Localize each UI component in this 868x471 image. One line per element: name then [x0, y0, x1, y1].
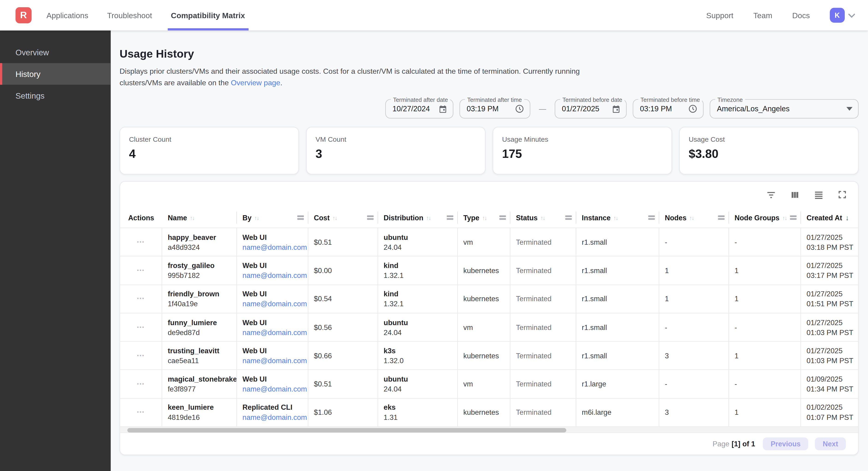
- column-menu-icon[interactable]: [718, 215, 725, 219]
- nav-applications[interactable]: Applications: [46, 0, 88, 30]
- sort-icon: ↑↓: [333, 214, 337, 220]
- distribution-version: 24.04: [383, 385, 457, 393]
- scrollbar-thumb[interactable]: [127, 428, 566, 432]
- cluster-name: funny_lumiere: [168, 318, 236, 326]
- row-actions-button[interactable]: •••: [137, 325, 145, 330]
- cell-node-groups: 1: [729, 257, 801, 284]
- created-by-email[interactable]: name@domain.com: [243, 243, 308, 251]
- cell-status: Terminated: [510, 370, 576, 398]
- created-by-email[interactable]: name@domain.com: [243, 385, 308, 393]
- column-header-status[interactable]: Status↑↓: [510, 208, 576, 228]
- column-header-distribution[interactable]: Distribution↑↓: [378, 208, 458, 228]
- column-menu-icon[interactable]: [790, 215, 797, 219]
- column-menu-icon[interactable]: [447, 215, 453, 219]
- previous-button[interactable]: Previous: [763, 437, 808, 450]
- column-menu-icon[interactable]: [367, 215, 374, 219]
- density-button[interactable]: [813, 188, 825, 201]
- sidebar-item-settings[interactable]: Settings: [0, 85, 111, 107]
- column-header-created-at[interactable]: Created At↓: [801, 208, 858, 228]
- column-menu-icon[interactable]: [297, 215, 304, 219]
- row-actions-button[interactable]: •••: [137, 296, 145, 301]
- avatar[interactable]: K: [830, 8, 845, 23]
- dropdown-caret-icon: [846, 107, 852, 111]
- filter-field-terminated-after-date[interactable]: Terminated after date 10/27/2024: [385, 99, 454, 118]
- cell-actions: •••: [120, 370, 162, 398]
- filter-field-label: Timezone: [715, 96, 745, 103]
- instance-value: r1.small: [582, 295, 659, 303]
- filter-button[interactable]: [765, 188, 777, 201]
- created-date: 01/02/2025: [806, 403, 858, 412]
- created-by-email[interactable]: name@domain.com: [243, 271, 308, 279]
- created-by-email[interactable]: name@domain.com: [243, 413, 308, 422]
- cost-value: $1.06: [314, 408, 378, 417]
- row-actions-button[interactable]: •••: [137, 382, 145, 387]
- fullscreen-button[interactable]: [836, 189, 848, 200]
- cost-value: $0.00: [314, 266, 378, 275]
- nav-troubleshoot[interactable]: Troubleshoot: [107, 0, 152, 30]
- status-value: Terminated: [516, 266, 576, 275]
- nav-compatibility-matrix[interactable]: Compatibility Matrix: [171, 0, 245, 30]
- row-actions-button[interactable]: •••: [137, 353, 145, 358]
- status-value: Terminated: [516, 408, 576, 417]
- date-range-separator: —: [537, 105, 548, 113]
- pagination: Page [1] of 1 Previous Next: [120, 433, 858, 454]
- account-menu[interactable]: K: [830, 8, 855, 23]
- created-by-source: Web UI: [243, 261, 308, 270]
- created-by-email[interactable]: name@domain.com: [243, 356, 308, 365]
- table-row: •••funny_lumierede9ed87dWeb UIname@domai…: [120, 313, 858, 341]
- sidebar-item-history[interactable]: History: [0, 63, 111, 85]
- table-row: •••magical_stonebrakerfe3f8977Web UIname…: [120, 370, 858, 398]
- instance-value: r1.large: [582, 380, 659, 388]
- cell-by: Web UIname@domain.com: [237, 228, 308, 256]
- created-date: 01/27/2025: [806, 233, 858, 241]
- sort-icon: ↑↓: [689, 214, 693, 220]
- type-value: kubernetes: [463, 408, 510, 417]
- secondary-nav: Support Team Docs K: [706, 0, 855, 30]
- filter-field-label: Terminated after time: [465, 96, 524, 103]
- overview-page-link[interactable]: Overview page: [231, 79, 280, 87]
- calendar-icon: [612, 105, 620, 113]
- column-menu-icon[interactable]: [499, 215, 506, 219]
- column-header-instance[interactable]: Instance↑↓: [576, 208, 659, 228]
- row-actions-button[interactable]: •••: [137, 268, 145, 273]
- filter-field-terminated-before-time[interactable]: Terminated before time 03:19 PM: [633, 99, 704, 118]
- cell-name: keen_lumiere4819de16: [162, 399, 237, 426]
- column-header-node-groups[interactable]: Node Groups↑↓: [729, 208, 801, 228]
- column-header-nodes[interactable]: Nodes↑↓: [659, 208, 729, 228]
- cell-cost: $0.51: [308, 228, 378, 256]
- column-menu-icon[interactable]: [648, 215, 655, 219]
- distribution-name: ubuntu: [383, 375, 457, 383]
- column-menu-icon[interactable]: [565, 215, 572, 219]
- cost-value: $0.66: [314, 352, 378, 360]
- next-button[interactable]: Next: [815, 437, 846, 450]
- cell-type: vm: [458, 314, 510, 341]
- row-actions-button[interactable]: •••: [137, 410, 145, 415]
- created-by-email[interactable]: name@domain.com: [243, 328, 308, 336]
- sidebar-item-overview[interactable]: Overview: [0, 41, 111, 63]
- column-header-type[interactable]: Type↑↓: [458, 208, 510, 228]
- filter-field-timezone[interactable]: Timezone America/Los_Angeles: [710, 99, 859, 118]
- column-header-name[interactable]: Name↑↓: [162, 208, 237, 228]
- cell-name: magical_stonebrakerfe3f8977: [162, 370, 237, 398]
- cell-type: kubernetes: [458, 285, 510, 313]
- replicated-logo[interactable]: R: [16, 7, 32, 23]
- column-header-by[interactable]: By↑↓: [237, 208, 308, 228]
- cluster-name: trusting_leavitt: [168, 347, 236, 355]
- row-actions-button[interactable]: •••: [137, 240, 145, 245]
- nav-support[interactable]: Support: [706, 0, 734, 30]
- column-header-cost[interactable]: Cost↑↓: [308, 208, 378, 228]
- cluster-id: 4819de16: [168, 413, 236, 422]
- created-by-email[interactable]: name@domain.com: [243, 300, 308, 308]
- filter-field-terminated-before-date[interactable]: Terminated before date 01/27/2025: [555, 99, 627, 118]
- cell-nodes: 1: [659, 257, 729, 284]
- column-label: Node Groups: [735, 213, 779, 222]
- table-header: ActionsName↑↓By↑↓Cost↑↓Distribution↑↓Typ…: [120, 208, 858, 228]
- filter-field-terminated-after-time[interactable]: Terminated after time 03:19 PM: [460, 99, 530, 118]
- nav-docs[interactable]: Docs: [792, 0, 810, 30]
- columns-button[interactable]: [789, 188, 801, 201]
- chevron-down-icon[interactable]: [848, 13, 855, 17]
- cell-status: Terminated: [510, 342, 576, 370]
- distribution-name: k3s: [383, 347, 457, 355]
- nav-team[interactable]: Team: [753, 0, 772, 30]
- column-label: Distribution: [383, 213, 424, 222]
